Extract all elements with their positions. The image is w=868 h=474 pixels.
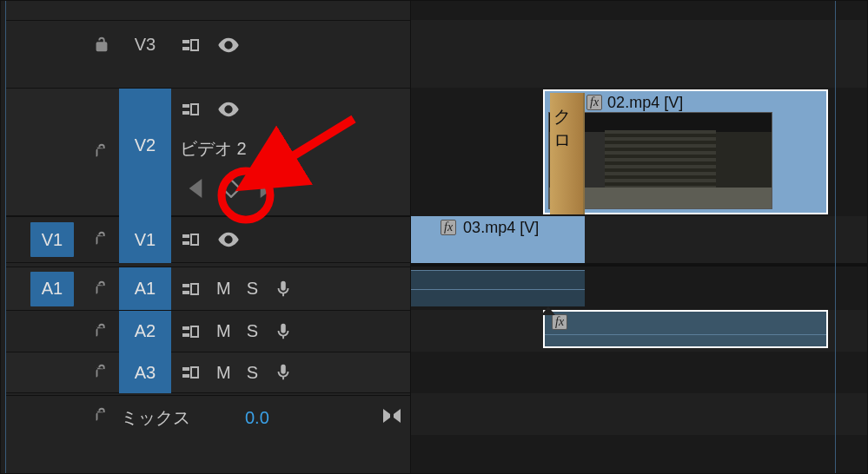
svg-marker-6 (189, 179, 202, 198)
lock-toggle-mix[interactable] (86, 395, 117, 437)
svg-rect-3 (182, 104, 189, 108)
eye-icon[interactable] (216, 227, 241, 252)
track-row-a2: A2 M S (6, 310, 410, 352)
fx-icon[interactable]: fx (552, 314, 567, 330)
output-icon[interactable] (381, 407, 402, 425)
svg-rect-11 (191, 234, 198, 245)
track-target-a3[interactable]: A3 (119, 352, 171, 393)
svg-rect-17 (191, 326, 198, 337)
audio-clip-03mp4[interactable] (411, 270, 585, 306)
audio-clip-02mp4[interactable]: fx (543, 310, 828, 348)
mix-pan-value[interactable]: 0.0 (245, 408, 269, 428)
svg-rect-16 (182, 333, 189, 337)
svg-marker-8 (261, 179, 274, 198)
lock-toggle-v2[interactable] (86, 88, 117, 216)
svg-rect-10 (182, 241, 189, 245)
insert-overwrite-icon[interactable] (180, 35, 201, 56)
eye-icon[interactable] (216, 97, 241, 122)
track-target-a2[interactable]: A2 (119, 311, 171, 352)
lock-toggle-v1[interactable] (86, 219, 117, 260)
microphone-icon[interactable] (274, 322, 293, 341)
svg-marker-7 (222, 180, 240, 197)
svg-rect-2 (191, 40, 198, 50)
lock-open-icon (92, 322, 111, 341)
svg-rect-18 (182, 367, 189, 371)
eye-icon[interactable] (216, 33, 241, 57)
svg-rect-9 (182, 234, 189, 238)
svg-rect-19 (182, 374, 189, 378)
track-target-v3[interactable]: V3 (119, 24, 171, 66)
svg-rect-5 (191, 104, 198, 115)
track-target-v2[interactable]: V2 (119, 89, 171, 217)
lock-open-icon (92, 230, 111, 249)
svg-rect-20 (191, 367, 198, 378)
lock-open-icon (92, 36, 111, 55)
lock-open-icon (92, 280, 111, 299)
transition-cross-dissolve[interactable]: クロ (550, 93, 585, 214)
clip-03mp4[interactable]: fx 03.mp4 [V] (411, 216, 585, 263)
lock-toggle-a2[interactable] (86, 311, 117, 352)
fx-icon[interactable]: fx (441, 220, 456, 235)
track-row-v2: V2 ビデオ 2 (6, 88, 410, 216)
lock-open-icon (92, 406, 111, 425)
svg-rect-0 (182, 40, 189, 43)
insert-overwrite-icon[interactable] (180, 99, 201, 120)
fx-icon[interactable]: fx (586, 95, 602, 110)
source-patch-v1[interactable]: V1 (30, 219, 74, 260)
lock-toggle-v3[interactable] (86, 24, 117, 66)
mute-toggle[interactable]: M (216, 363, 231, 383)
solo-toggle[interactable]: S (247, 363, 258, 383)
track-row-v1: V1 V1 (6, 216, 410, 263)
lock-open-icon (92, 142, 111, 161)
prev-keyframe-icon[interactable] (189, 179, 202, 198)
svg-rect-12 (182, 284, 189, 287)
track-headers: V3 V2 ビデオ 2 (6, 1, 411, 473)
lock-toggle-a1[interactable] (86, 268, 117, 310)
svg-marker-22 (394, 409, 401, 423)
lock-open-icon (92, 363, 111, 382)
insert-overwrite-icon[interactable] (180, 279, 201, 300)
mute-toggle[interactable]: M (216, 279, 231, 299)
source-patch-a1[interactable]: A1 (30, 268, 74, 310)
clip-label: 03.mp4 [V] (463, 219, 539, 237)
svg-rect-4 (182, 111, 189, 115)
track-target-a1[interactable]: A1 (119, 267, 171, 311)
clip-02mp4[interactable]: クロ fx 02.mp4 [V] (543, 89, 828, 214)
track-name-label: ビデオ 2 (180, 137, 247, 161)
mute-toggle[interactable]: M (216, 321, 231, 341)
insert-overwrite-icon[interactable] (180, 229, 201, 250)
add-keyframe-icon[interactable] (222, 179, 241, 198)
track-row-mix: ミックス 0.0 (6, 395, 410, 435)
solo-toggle[interactable]: S (247, 321, 258, 341)
mix-track-label: ミックス (121, 406, 190, 430)
svg-marker-21 (383, 409, 390, 423)
track-row-a3: A3 M S (6, 352, 410, 393)
track-target-v1[interactable]: V1 (119, 216, 171, 263)
svg-rect-15 (182, 326, 189, 330)
insert-overwrite-icon[interactable] (180, 362, 201, 383)
microphone-icon[interactable] (274, 363, 293, 382)
lock-toggle-a3[interactable] (86, 352, 117, 393)
solo-toggle[interactable]: S (247, 279, 258, 299)
timeline-panel: V3 V2 ビデオ 2 (0, 0, 868, 474)
insert-overwrite-icon[interactable] (180, 321, 201, 342)
timeline-area[interactable]: クロ fx 02.mp4 [V] fx 03.mp4 [V] fx (411, 1, 867, 473)
svg-rect-14 (191, 284, 198, 294)
clip-label: 02.mp4 [V] (607, 94, 683, 112)
svg-rect-13 (182, 291, 189, 294)
out-point-marker[interactable] (835, 1, 836, 473)
next-keyframe-icon[interactable] (260, 179, 274, 198)
track-row-v3: V3 (6, 20, 410, 69)
microphone-icon[interactable] (274, 280, 293, 299)
track-row-a1: A1 A1 M S (6, 267, 410, 310)
svg-rect-1 (182, 47, 189, 50)
